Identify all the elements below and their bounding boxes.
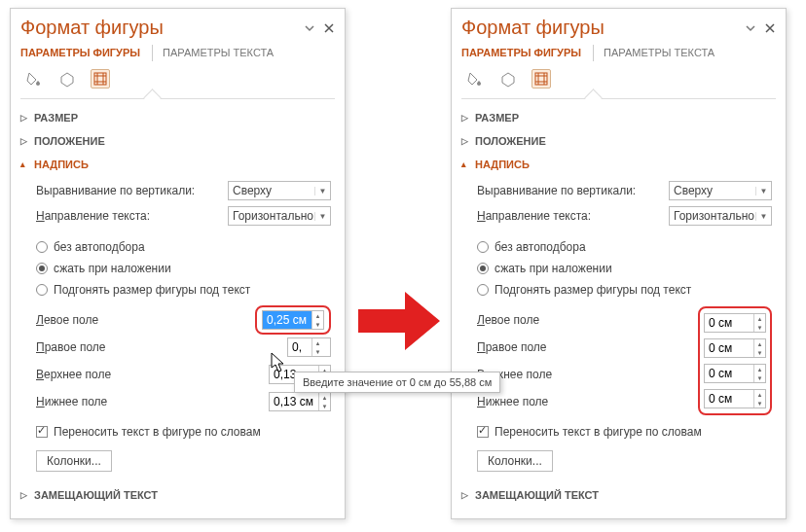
columns-button[interactable]: Колонки... [477, 450, 553, 472]
section-position-label: ПОЛОЖЕНИЕ [475, 135, 546, 147]
columns-button[interactable]: Колонки... [36, 450, 112, 472]
valign-select[interactable]: Сверху ▼ [669, 181, 772, 200]
close-icon[interactable] [764, 22, 776, 34]
checkbox-checked-icon [477, 426, 489, 438]
section-alttext-label: ЗАМЕЩАЮЩИЙ ТЕКСТ [34, 489, 158, 501]
effects-icon[interactable] [498, 69, 518, 89]
panel-title: Формат фигуры [20, 17, 164, 39]
margin-right-spinner[interactable]: ▲▼ [287, 337, 331, 357]
spinner-buttons[interactable]: ▲▼ [311, 311, 323, 329]
section-size[interactable]: ▷ РАЗМЕР [461, 106, 776, 129]
spinner-buttons[interactable]: ▲▼ [753, 314, 765, 332]
tab-text-options[interactable]: ПАРАМЕТРЫ ТЕКСТА [163, 45, 275, 61]
margin-left-label: Левое поле [36, 313, 255, 327]
radio-resize[interactable]: Подгонять размер фигуры под текст [36, 279, 331, 301]
wrap-label: Переносить текст в фигуре по словам [54, 425, 261, 439]
margin-top-input[interactable] [705, 365, 753, 382]
effects-icon[interactable] [57, 69, 77, 89]
size-properties-icon[interactable] [91, 69, 110, 89]
section-alttext-label: ЗАМЕЩАЮЩИЙ ТЕКСТ [475, 489, 599, 501]
margin-right-input[interactable] [705, 339, 753, 357]
dropdown-icon[interactable] [745, 22, 756, 34]
caret-right-icon: ▷ [20, 113, 30, 123]
separator-notch [461, 94, 776, 104]
radio-icon [36, 284, 48, 296]
margin-right-label: Правое поле [477, 340, 698, 354]
section-size[interactable]: ▷ РАЗМЕР [20, 106, 335, 129]
svg-rect-5 [535, 73, 547, 85]
tabs: ПАРАМЕТРЫ ФИГУРЫ ПАРАМЕТРЫ ТЕКСТА [20, 45, 335, 61]
section-textbox-label: НАДПИСЬ [34, 159, 89, 170]
fill-icon[interactable] [24, 69, 44, 89]
section-position-label: ПОЛОЖЕНИЕ [34, 135, 105, 147]
fill-icon[interactable] [465, 69, 485, 89]
section-position[interactable]: ▷ ПОЛОЖЕНИЕ [20, 129, 335, 153]
valign-select[interactable]: Сверху ▼ [228, 181, 331, 200]
radio-shrink[interactable]: сжать при наложении [36, 258, 331, 279]
caret-right-icon: ▷ [461, 113, 471, 123]
format-shape-panel-after: Формат фигуры ПАРАМЕТРЫ ФИГУРЫ ПАРАМЕТРЫ… [451, 8, 787, 519]
input-range-tooltip: Введите значение от 0 см до 55,88 см [294, 372, 500, 393]
direction-select[interactable]: Горизонтально ▼ [669, 206, 772, 226]
margin-bottom-input[interactable] [270, 393, 318, 410]
spinner-buttons[interactable]: ▲▼ [318, 393, 330, 410]
radio-shrink[interactable]: сжать при наложении [477, 258, 772, 279]
tabs: ПАРАМЕТРЫ ФИГУРЫ ПАРАМЕТРЫ ТЕКСТА [461, 45, 776, 61]
spinner-buttons[interactable]: ▲▼ [311, 338, 323, 356]
caret-right-icon: ▷ [461, 490, 471, 500]
caret-down-icon: ▴ [461, 160, 471, 169]
margin-left-input[interactable] [263, 311, 311, 329]
margin-bottom-label: Нижнее поле [477, 395, 698, 408]
separator-notch [20, 94, 335, 104]
close-icon[interactable] [323, 22, 335, 34]
radio-nofit-label: без автоподбора [495, 240, 586, 254]
margin-right-spinner[interactable]: ▲▼ [704, 338, 766, 358]
radio-no-autofit[interactable]: без автоподбора [477, 236, 772, 258]
chevron-down-icon: ▼ [755, 212, 771, 221]
tab-shape-options[interactable]: ПАРАМЕТРЫ ФИГУРЫ [20, 45, 142, 61]
dropdown-icon[interactable] [304, 22, 315, 34]
panel-title: Формат фигуры [461, 17, 604, 39]
margin-left-spinner[interactable]: ▲▼ [262, 310, 324, 330]
checkbox-checked-icon [36, 426, 48, 438]
section-alttext[interactable]: ▷ ЗАМЕЩАЮЩИЙ ТЕКСТ [461, 483, 776, 507]
valign-value: Сверху [229, 184, 314, 197]
margin-bottom-spinner[interactable]: ▲▼ [269, 392, 331, 411]
wrap-text-row[interactable]: Переносить текст в фигуре по словам [36, 421, 331, 443]
section-position[interactable]: ▷ ПОЛОЖЕНИЕ [461, 129, 776, 153]
radio-resize[interactable]: Подгонять размер фигуры под текст [477, 279, 772, 301]
titlebar: Формат фигуры [20, 17, 335, 39]
wrap-label: Переносить текст в фигуре по словам [495, 425, 702, 439]
radio-resize-label: Подгонять размер фигуры под текст [495, 283, 691, 297]
size-properties-icon[interactable] [531, 69, 551, 89]
radio-icon-checked [477, 263, 489, 274]
spinner-buttons[interactable]: ▲▼ [753, 390, 765, 408]
spinner-buttons[interactable]: ▲▼ [753, 339, 765, 357]
section-textbox[interactable]: ▴ НАДПИСЬ [20, 153, 335, 176]
valign-value: Сверху [670, 184, 755, 197]
radio-resize-label: Подгонять размер фигуры под текст [54, 283, 250, 297]
section-textbox[interactable]: ▴ НАДПИСЬ [461, 153, 776, 176]
margin-bottom-input[interactable] [705, 390, 753, 408]
category-icons [20, 67, 335, 94]
margin-bottom-label: Нижнее поле [36, 395, 269, 408]
margin-left-spinner[interactable]: ▲▼ [704, 313, 766, 333]
section-alttext[interactable]: ▷ ЗАМЕЩАЮЩИЙ ТЕКСТ [20, 483, 335, 507]
textbox-body: Выравнивание по вертикали: Сверху ▼ Напр… [461, 176, 776, 478]
textbox-body: Выравнивание по вертикали: Сверху ▼ Напр… [20, 176, 335, 478]
chevron-down-icon: ▼ [314, 187, 330, 195]
radio-icon [36, 241, 48, 253]
wrap-text-row[interactable]: Переносить текст в фигуре по словам [477, 421, 772, 443]
direction-select[interactable]: Горизонтально ▼ [228, 206, 331, 226]
tab-shape-options[interactable]: ПАРАМЕТРЫ ФИГУРЫ [461, 45, 583, 61]
mouse-cursor-icon [271, 352, 288, 376]
window-buttons [745, 22, 776, 34]
radio-no-autofit[interactable]: без автоподбора [36, 236, 331, 258]
transition-arrow-icon [358, 292, 440, 350]
spinner-buttons[interactable]: ▲▼ [753, 365, 765, 382]
margin-bottom-spinner[interactable]: ▲▼ [704, 389, 766, 408]
margin-left-input[interactable] [705, 314, 753, 332]
margin-top-spinner[interactable]: ▲▼ [704, 364, 766, 383]
tab-text-options[interactable]: ПАРАМЕТРЫ ТЕКСТА [604, 45, 716, 61]
margin-right-input[interactable] [288, 338, 311, 356]
